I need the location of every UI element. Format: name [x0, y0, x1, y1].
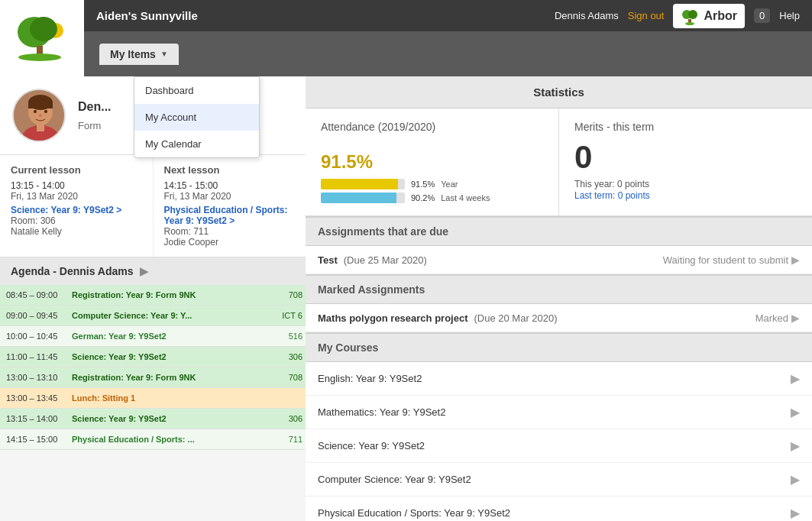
- attendance-bar2-row: 90.2% Last 4 weeks: [321, 193, 543, 203]
- dropdown-dashboard[interactable]: Dashboard: [134, 77, 259, 104]
- agenda-time: 13:15 – 14:00: [0, 414, 69, 423]
- svg-point-4: [18, 53, 61, 61]
- attendance-bar2: [321, 193, 405, 203]
- user-name: Dennis Adams: [555, 10, 619, 21]
- next-lesson-title: Next lesson: [164, 164, 296, 176]
- attendance-box: Attendance (2019/2020) 91.5% 91.5% Year …: [306, 108, 559, 215]
- course-name: Computer Science: Year 9: Y9Set2: [318, 474, 791, 485]
- attendance-bar2-label: 90.2%: [411, 193, 435, 202]
- agenda-room: 708: [275, 290, 306, 299]
- agenda-time: 10:00 – 10:45: [0, 332, 69, 341]
- current-lesson-date: Fri, 13 Mar 2020: [11, 191, 142, 202]
- agenda-time: 09:00 – 09:45: [0, 311, 69, 320]
- my-items-nav[interactable]: My Items ▼: [99, 44, 179, 65]
- agenda-row: 09:00 – 09:45 Computer Science: Year 9: …: [0, 306, 306, 326]
- course-name: Physical Education / Sports: Year 9: Y9S…: [318, 507, 791, 519]
- chevron-right-icon: ▶: [791, 438, 800, 453]
- agenda-row: 10:00 – 10:45 German: Year 9: Y9Set2 516: [0, 326, 306, 347]
- arbor-logo: Arbor: [673, 4, 745, 28]
- school-logo-icon: [11, 8, 73, 69]
- agenda-time: 13:00 – 13:45: [0, 393, 69, 403]
- course-row[interactable]: Computer Science: Year 9: Y9Set2 ▶: [306, 463, 812, 497]
- chevron-right-icon: ▶: [791, 506, 800, 520]
- next-lesson-date: Fri, 13 Mar 2020: [164, 191, 296, 202]
- agenda-arrow-icon: ▶: [140, 265, 148, 277]
- svg-point-6: [688, 10, 697, 19]
- my-items-label: My Items: [110, 48, 156, 60]
- agenda-time: 14:15 – 15:00: [0, 435, 69, 444]
- agenda-subject: Physical Education / Sports: ...: [69, 435, 275, 444]
- attendance-bar1-row: 91.5% Year: [321, 179, 543, 189]
- svg-point-15: [39, 115, 42, 117]
- dropdown-menu: Dashboard My Account My Calendar: [134, 76, 260, 158]
- agenda-row: 08:45 – 09:00 Registration: Year 9: Form…: [0, 285, 306, 306]
- marked-assignment-due: (Due 20 Mar 2020): [474, 312, 558, 324]
- courses-list: English: Year 9: Y9Set2 ▶ Mathematics: Y…: [306, 362, 812, 521]
- dropdown-my-calendar[interactable]: My Calendar: [134, 131, 259, 157]
- stats-row: Attendance (2019/2020) 91.5% 91.5% Year …: [306, 108, 812, 216]
- agenda-subject: Science: Year 9: Y9Set2: [69, 352, 275, 361]
- agenda-subject: Registration: Year 9: Form 9NK: [69, 373, 275, 382]
- attendance-bar1-label: 91.5%: [411, 180, 435, 189]
- next-lesson-subject[interactable]: Physical Education / Sports: Year 9: Y9S…: [164, 205, 296, 226]
- student-photo: [14, 90, 66, 142]
- nav-bar: My Items ▼: [0, 31, 812, 76]
- next-lesson-time: 14:15 - 15:00: [164, 180, 296, 191]
- agenda-time: 11:00 – 11:45: [0, 352, 69, 361]
- form-label: Form: [78, 120, 101, 131]
- svg-point-8: [685, 22, 694, 25]
- current-lesson-title: Current lesson: [11, 164, 142, 176]
- sign-out-link[interactable]: Sign out: [628, 10, 665, 21]
- course-row[interactable]: Mathematics: Year 9: Y9Set2 ▶: [306, 396, 812, 429]
- notification-badge[interactable]: 0: [754, 8, 770, 23]
- lessons-row: Current lesson 13:15 - 14:00 Fri, 13 Mar…: [0, 155, 306, 257]
- svg-point-13: [34, 110, 37, 113]
- arbor-label: Arbor: [704, 9, 737, 23]
- assignment-due-status: Waiting for student to submit ▶: [663, 254, 800, 266]
- course-name: Mathematics: Year 9: Y9Set2: [318, 406, 791, 418]
- agenda-row: 11:00 – 11:45 Science: Year 9: Y9Set2 30…: [0, 347, 306, 367]
- attendance-bar1-sublabel: Year: [441, 180, 458, 189]
- current-lesson-subject[interactable]: Science: Year 9: Y9Set2 >: [11, 205, 142, 215]
- student-name: Aiden's Sunnyville: [96, 9, 198, 22]
- attendance-percentage: 91.5%: [321, 139, 543, 176]
- agenda-row: 13:00 – 13:10 Registration: Year 9: Form…: [0, 367, 306, 388]
- agenda-row: 13:00 – 13:45 Lunch: Sitting 1: [0, 388, 306, 409]
- agenda-room: ICT 6: [275, 311, 306, 320]
- right-panel: Statistics Attendance (2019/2020) 91.5% …: [306, 76, 812, 521]
- merits-box: Merits - this term 0 This year: 0 points…: [559, 108, 812, 215]
- header-right: Dennis Adams Sign out Arbor 0 Help: [555, 4, 800, 28]
- course-row[interactable]: Physical Education / Sports: Year 9: Y9S…: [306, 497, 812, 521]
- course-row[interactable]: Science: Year 9: Y9Set2 ▶: [306, 429, 812, 463]
- agenda-room: 306: [275, 414, 306, 423]
- assignment-due-name: Test: [318, 254, 338, 266]
- assignment-due-date: (Due 25 Mar 2020): [344, 254, 427, 266]
- merits-this-year: This year: 0 points: [574, 179, 797, 189]
- agenda-time: 08:45 – 09:00: [0, 290, 69, 299]
- current-lesson-box: Current lesson 13:15 - 14:00 Fri, 13 Mar…: [0, 155, 154, 257]
- agenda-subject: Lunch: Sitting 1: [69, 393, 275, 403]
- main-layout: Den... Form 9NK Current lesson 13:15 - 1…: [0, 76, 812, 521]
- chevron-right-icon: ▶: [791, 371, 800, 386]
- merits-title: Merits - this term: [574, 121, 797, 133]
- course-name: Science: Year 9: Y9Set2: [318, 440, 791, 451]
- merits-last-term[interactable]: Last term: 0 points: [574, 190, 650, 201]
- next-lesson-box: Next lesson 14:15 - 15:00 Fri, 13 Mar 20…: [154, 155, 306, 257]
- agenda-subject: German: Year 9: Y9Set2: [69, 332, 275, 341]
- assignment-due-row: Test (Due 25 Mar 2020) Waiting for stude…: [306, 246, 812, 274]
- attendance-bar1-fill: [321, 179, 398, 189]
- merits-count: 0: [574, 139, 797, 176]
- next-lesson-room: Room: 711: [164, 226, 296, 237]
- agenda-subject: Science: Year 9: Y9Set2: [69, 414, 275, 423]
- assignments-due-header: Assignments that are due: [306, 216, 812, 246]
- agenda-row: 13:15 – 14:00 Science: Year 9: Y9Set2 30…: [0, 409, 306, 429]
- dropdown-my-account[interactable]: My Account: [134, 104, 259, 131]
- course-row[interactable]: English: Year 9: Y9Set2 ▶: [306, 362, 812, 396]
- help-link[interactable]: Help: [779, 10, 800, 21]
- marked-assignment-name: Maths polygon research project: [318, 312, 468, 324]
- svg-rect-12: [28, 102, 53, 108]
- svg-point-2: [30, 17, 57, 41]
- agenda-header: Agenda - Dennis Adams ▶: [0, 257, 306, 285]
- course-name: English: Year 9: Y9Set2: [318, 373, 791, 384]
- chevron-down-icon: ▼: [160, 50, 168, 58]
